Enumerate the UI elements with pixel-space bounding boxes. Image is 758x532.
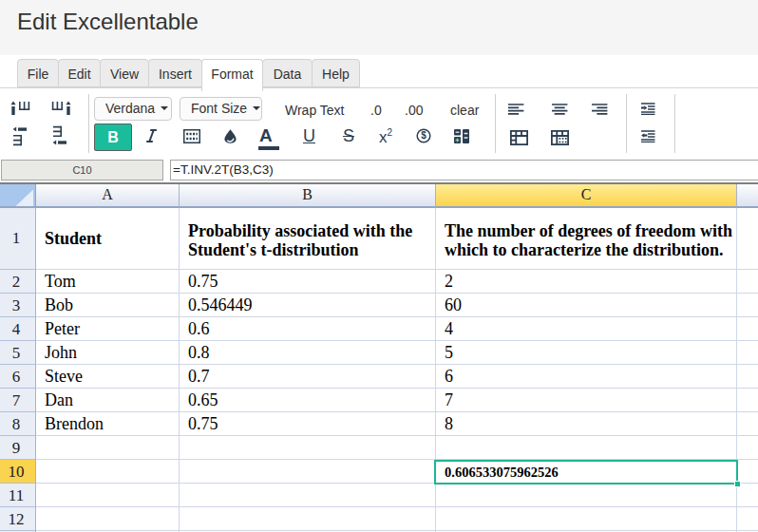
svg-text:$: $ (421, 130, 426, 141)
